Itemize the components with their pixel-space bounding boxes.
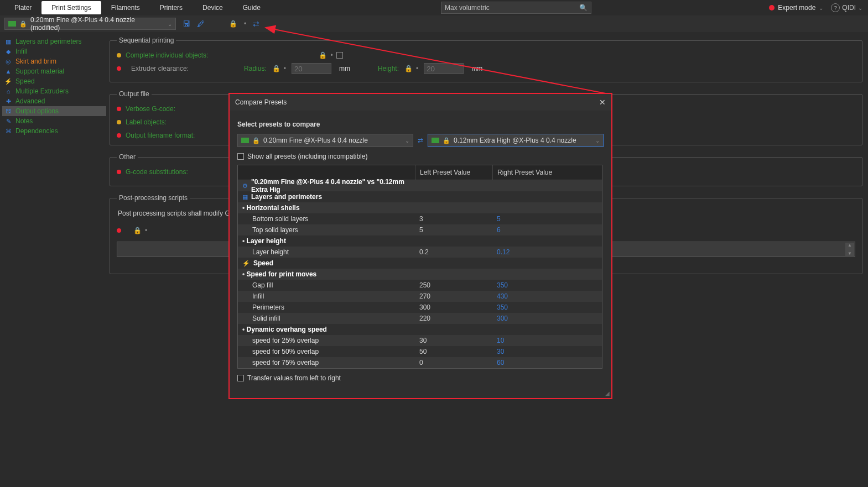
- radius-input[interactable]: [292, 63, 331, 74]
- tree-multiple-extruders[interactable]: ⌂Multiple Extruders: [2, 86, 106, 96]
- tab-device[interactable]: Device: [193, 1, 233, 14]
- row-vs-title: ⚙"0.20mm Fine @X-Plus 4 0.4 nozzle" vs "…: [238, 180, 602, 191]
- lock-icon[interactable]: 🔒: [404, 65, 413, 72]
- advanced-icon: ✚: [4, 98, 12, 105]
- tree-support-material[interactable]: ▲Support material: [2, 66, 106, 76]
- right-preset-name: 0.12mm Extra High @X-Plus 4 0.4 nozzle: [454, 137, 592, 144]
- tree-infill[interactable]: ◆Infill: [2, 46, 106, 56]
- support-icon: ▲: [4, 68, 12, 75]
- lock-icon[interactable]: 🔒: [133, 227, 142, 234]
- swap-icon[interactable]: ⇄: [418, 137, 423, 144]
- show-all-presets-row: Show all presets (including incompatible…: [237, 153, 604, 160]
- panel-legend: Other: [117, 153, 138, 161]
- bullet-icon: •: [284, 65, 286, 72]
- setting-label: Extruder clearance:: [131, 65, 189, 72]
- tab-print-settings[interactable]: Print Settings: [41, 1, 101, 14]
- chevron-down-icon: ⌄: [819, 5, 823, 11]
- rename-preset-button[interactable]: 🖉: [197, 19, 205, 28]
- show-all-checkbox[interactable]: [237, 153, 244, 160]
- preset-dropdown[interactable]: 🔒 0.20mm Fine @X-Plus 4 0.4 nozzle (modi…: [4, 18, 176, 30]
- setting-label: Verbose G-code:: [126, 105, 175, 113]
- status-dot-icon: [117, 170, 121, 174]
- setting-label: Label objects:: [126, 118, 167, 126]
- height-input[interactable]: [424, 63, 464, 74]
- preset-flag-icon: [241, 138, 249, 143]
- expert-dot-icon: [769, 5, 775, 11]
- bullet-icon: •: [145, 227, 147, 234]
- left-preset-dropdown[interactable]: 🔒 0.20mm Fine @X-Plus 4 0.4 nozzle ⌄: [237, 134, 413, 147]
- top-right: Expert mode ⌄ ? QIDI ⌄: [769, 0, 862, 15]
- search-icon[interactable]: 🔍: [579, 4, 588, 12]
- row-layer-height: Layer height0.20.12: [238, 247, 602, 258]
- close-button[interactable]: ✕: [599, 98, 606, 107]
- tab-filaments[interactable]: Filaments: [101, 1, 150, 14]
- setting-label: Complete individual objects:: [126, 51, 208, 59]
- panel-sequential-printing: Sequential printing Complete individual …: [110, 36, 862, 82]
- status-dot-icon: [117, 66, 121, 71]
- tree-notes[interactable]: ✎Notes: [2, 116, 106, 126]
- right-preset-dropdown[interactable]: 🔒 0.12mm Extra High @X-Plus 4 0.4 nozzle…: [428, 134, 604, 147]
- preset-toolbar: 🔒 0.20mm Fine @X-Plus 4 0.4 nozzle (modi…: [0, 15, 868, 32]
- checkbox[interactable]: [336, 52, 343, 59]
- radius-label: Radius:: [244, 65, 267, 72]
- unit-label: mm: [339, 65, 350, 72]
- row-complete-individual: Complete individual objects: 🔒•: [117, 49, 855, 62]
- col-left-header: Left Preset Value: [415, 165, 492, 180]
- col-right-header: Right Preset Value: [492, 165, 602, 180]
- scrollbar[interactable]: ▲▼: [845, 243, 854, 256]
- extruders-icon: ⌂: [4, 88, 12, 95]
- status-dot-icon: [117, 53, 121, 57]
- chevron-down-icon: ⌄: [858, 5, 862, 11]
- row-group-hshells: Horizontal shells: [238, 202, 602, 213]
- dialog-title-bar: Compare Presets ✕: [230, 94, 611, 111]
- mode-label: Expert mode: [778, 4, 815, 12]
- panel-legend: Output file: [117, 90, 152, 98]
- compare-table: Left Preset Value Right Preset Value ⚙"0…: [237, 165, 602, 369]
- row-group-speed-moves: Speed for print moves: [238, 269, 602, 280]
- status-dot-icon: [117, 120, 121, 124]
- tree-output-options[interactable]: 🖫Output options: [2, 106, 106, 116]
- resize-grip-icon[interactable]: ◢: [605, 390, 610, 396]
- height-label: Height:: [378, 65, 399, 72]
- infill-icon: ◆: [4, 48, 12, 55]
- row-sp25: speed for 25% overlap3010: [238, 335, 602, 346]
- lock-icon[interactable]: 🔒: [229, 20, 237, 28]
- mode-selector[interactable]: Expert mode ⌄: [769, 4, 823, 12]
- notes-icon: ✎: [4, 118, 12, 125]
- skirt-icon: ◎: [4, 58, 12, 65]
- row-perimeters: Perimeters300350: [238, 302, 602, 313]
- status-dot-icon: [117, 228, 121, 233]
- compare-presets-dialog: Compare Presets ✕ Select presets to comp…: [228, 93, 612, 399]
- panel-legend: Post-processing scripts: [117, 194, 190, 202]
- brand-name: QIDI: [842, 4, 856, 12]
- brand-menu[interactable]: ? QIDI ⌄: [831, 3, 862, 12]
- tree-dependencies[interactable]: ⌘Dependencies: [2, 126, 106, 136]
- row-group-dyn-overhang: Dynamic overhang speed: [238, 324, 602, 335]
- lock-icon[interactable]: 🔒: [319, 51, 327, 59]
- tab-printers[interactable]: Printers: [150, 1, 193, 14]
- bullet-icon: •: [330, 51, 332, 59]
- chevron-down-icon: ⌄: [595, 138, 600, 144]
- row-top-solid: Top solid layers56: [238, 224, 602, 235]
- dialog-title: Compare Presets: [235, 98, 287, 106]
- tree-speed[interactable]: ⚡Speed: [2, 76, 106, 86]
- search-box[interactable]: 🔍: [441, 2, 591, 14]
- left-preset-name: 0.20mm Fine @X-Plus 4 0.4 nozzle: [263, 137, 402, 144]
- save-preset-button[interactable]: 🖫: [183, 19, 190, 28]
- compare-preset-button[interactable]: ⇄: [253, 19, 259, 28]
- chevron-down-icon: ⌄: [168, 21, 172, 27]
- tab-plater[interactable]: Plater: [4, 1, 41, 14]
- output-icon: 🖫: [4, 108, 12, 114]
- tree-skirt-brim[interactable]: ◎Skirt and brim: [2, 56, 106, 66]
- tab-guide[interactable]: Guide: [233, 1, 271, 14]
- tree-layers-perimeters[interactable]: ▦Layers and perimeters: [2, 36, 106, 46]
- help-badge-icon: ?: [831, 3, 840, 12]
- lock-icon: 🔒: [252, 137, 260, 144]
- lock-icon[interactable]: 🔒: [272, 65, 280, 72]
- search-input[interactable]: [445, 4, 579, 12]
- tree-advanced[interactable]: ✚Advanced: [2, 96, 106, 106]
- transfer-checkbox[interactable]: [237, 375, 244, 381]
- lock-icon: 🔒: [19, 20, 27, 28]
- row-solid-infill: Solid infill220300: [238, 313, 602, 324]
- preset-flag-icon: [432, 138, 439, 143]
